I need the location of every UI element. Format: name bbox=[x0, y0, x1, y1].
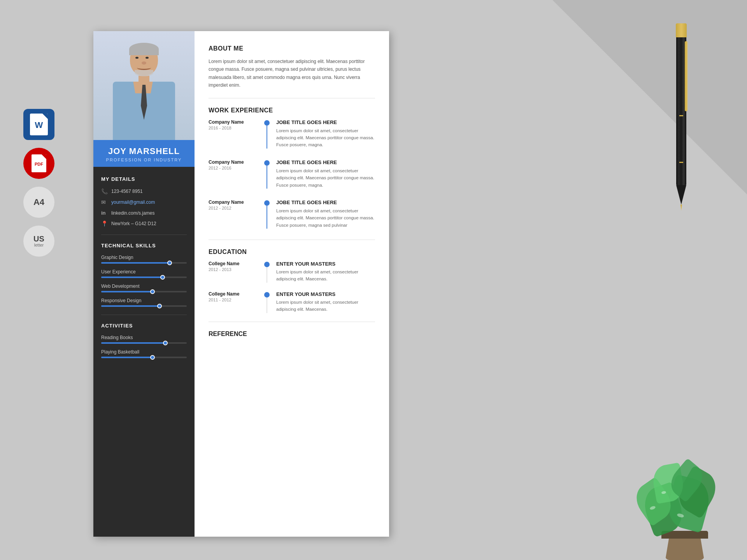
us-letter-icon[interactable]: US letter bbox=[23, 226, 54, 257]
word-letter: W bbox=[35, 120, 43, 130]
work-left-2: Company Name 2012 - 2016 bbox=[209, 159, 263, 189]
address-value: NewYork – G142 D12 bbox=[111, 221, 156, 226]
job-desc-3: Lorem ipsum dolor sit amet, consectetuer… bbox=[276, 207, 375, 229]
timeline-line-2 bbox=[267, 166, 267, 189]
pdf-icon[interactable]: PDF bbox=[23, 148, 54, 179]
profile-photo bbox=[93, 31, 195, 140]
edu-line-2 bbox=[267, 298, 267, 313]
edu-left-1: College Name 2012 - 2013 bbox=[209, 261, 263, 283]
edu-dates-2: 2011 - 2012 bbox=[209, 298, 263, 302]
timeline-dot-3 bbox=[264, 200, 270, 206]
skill-name-responsive: Responsive Design bbox=[101, 298, 187, 303]
timeline-dotline-2 bbox=[263, 159, 271, 189]
work-dates-1: 2016 - 2018 bbox=[209, 126, 263, 130]
work-right-2: JOBE TITLE GOES HERE Lorem ipsum dolor s… bbox=[271, 159, 375, 189]
activity-bar-track-reading bbox=[101, 342, 187, 344]
skill-handle-ux[interactable] bbox=[160, 275, 165, 280]
timeline-dot-1 bbox=[264, 120, 270, 126]
work-dates-3: 2012 - 2012 bbox=[209, 206, 263, 210]
skill-item-webdev: Web Development bbox=[101, 284, 187, 292]
work-left-3: Company Name 2012 - 2012 bbox=[209, 200, 263, 229]
us-sublabel: letter bbox=[34, 243, 44, 247]
edu-degree-2: ENTER YOUR MASTERS bbox=[276, 291, 375, 297]
skill-bar-track-graphic-design bbox=[101, 262, 187, 264]
reference-section-title: REFERENCE bbox=[209, 331, 375, 338]
skill-handle-responsive[interactable] bbox=[157, 304, 162, 308]
company-1: Company Name bbox=[209, 119, 263, 125]
activity-handle-basketball[interactable] bbox=[150, 355, 155, 360]
edu-left-2: College Name 2011 - 2012 bbox=[209, 291, 263, 313]
skills-divider bbox=[101, 315, 187, 315]
skill-name-webdev: Web Development bbox=[101, 284, 187, 289]
job-desc-1: Lorem ipsum dolor sit amet, consectetuer… bbox=[276, 127, 375, 149]
activity-bar-fill-basketball bbox=[101, 357, 153, 358]
skill-bar-fill-responsive bbox=[101, 305, 160, 307]
job-desc-2: Lorem ipsum dolor sit amet, consectetuer… bbox=[276, 167, 375, 189]
college-1: College Name bbox=[209, 261, 263, 266]
activity-handle-reading[interactable] bbox=[163, 341, 168, 345]
job-title-2: JOBE TITLE GOES HERE bbox=[276, 159, 375, 165]
email-value[interactable]: yourmail@gmail.com bbox=[111, 200, 155, 205]
activity-bar-track-basketball bbox=[101, 357, 187, 358]
word-icon[interactable]: W bbox=[23, 109, 54, 140]
college-2: College Name bbox=[209, 291, 263, 297]
edu-dotline-2 bbox=[263, 291, 271, 313]
about-section-title: ABOUT ME bbox=[209, 45, 375, 52]
skill-handle-graphic-design[interactable] bbox=[167, 261, 172, 265]
company-3: Company Name bbox=[209, 200, 263, 205]
education-section-title: EDUCATION bbox=[209, 248, 375, 256]
activities-section-title: ACTIVITIES bbox=[101, 323, 187, 329]
work-item-2: Company Name 2012 - 2016 JOBE TITLE GOES… bbox=[209, 159, 375, 189]
email-detail: ✉ yourmail@gmail.com bbox=[101, 199, 187, 205]
pdf-label: PDF bbox=[35, 162, 43, 166]
phone-icon: 📞 bbox=[101, 188, 107, 194]
work-item-3: Company Name 2012 - 2012 JOBE TITLE GOES… bbox=[209, 200, 375, 229]
name-banner: JOY MARSHELL PROFESSION OR INDUSTRY bbox=[93, 140, 195, 167]
linkedin-value: linkedin.com/s.james bbox=[111, 210, 154, 216]
skill-bar-fill-ux bbox=[101, 276, 163, 278]
skill-name-graphic-design: Graphic Design bbox=[101, 255, 187, 260]
activity-name-basketball: Playing Basketball bbox=[101, 349, 187, 355]
location-icon: 📍 bbox=[101, 220, 107, 227]
timeline-dotline-3 bbox=[263, 200, 271, 229]
skill-item-graphic-design: Graphic Design bbox=[101, 255, 187, 264]
education-divider bbox=[209, 322, 375, 322]
phone-detail: 📞 123-4567 8951 bbox=[101, 188, 187, 194]
job-title-1: JOBE TITLE GOES HERE bbox=[276, 119, 375, 125]
plant-decoration bbox=[630, 412, 739, 560]
skill-item-ux: User Experience bbox=[101, 269, 187, 278]
activity-item-reading: Reading Books bbox=[101, 335, 187, 344]
left-panel: JOY MARSHELL PROFESSION OR INDUSTRY MY D… bbox=[93, 31, 195, 537]
skill-handle-webdev[interactable] bbox=[150, 289, 155, 294]
work-dates-2: 2012 - 2016 bbox=[209, 166, 263, 170]
details-divider bbox=[101, 234, 187, 235]
edu-desc-2: Lorem ipsum dolor sit amet, consectetuer… bbox=[276, 299, 375, 313]
edu-right-2: ENTER YOUR MASTERS Lorem ipsum dolor sit… bbox=[271, 291, 375, 313]
skill-bar-fill-graphic-design bbox=[101, 262, 170, 264]
a4-icon[interactable]: A4 bbox=[23, 187, 54, 218]
edu-desc-1: Lorem ipsum dolor sit amet, consectetuer… bbox=[276, 268, 375, 283]
activity-bar-fill-reading bbox=[101, 342, 165, 344]
pen-decoration bbox=[676, 23, 687, 211]
edu-item-2: College Name 2011 - 2012 ENTER YOUR MAST… bbox=[209, 291, 375, 313]
edu-item-1: College Name 2012 - 2013 ENTER YOUR MAST… bbox=[209, 261, 375, 283]
skill-bar-track-ux bbox=[101, 276, 187, 278]
work-left-1: Company Name 2016 - 2018 bbox=[209, 119, 263, 149]
edu-dot-1 bbox=[264, 262, 270, 267]
activity-item-basketball: Playing Basketball bbox=[101, 349, 187, 358]
bg-triangle bbox=[552, 0, 747, 194]
email-icon: ✉ bbox=[101, 199, 107, 205]
left-icons-panel: W PDF A4 US letter bbox=[23, 109, 54, 257]
edu-degree-1: ENTER YOUR MASTERS bbox=[276, 261, 375, 267]
linkedin-detail: in linkedin.com/s.james bbox=[101, 210, 187, 216]
us-label: US bbox=[33, 235, 44, 243]
skill-bar-track-webdev bbox=[101, 291, 187, 292]
edu-dates-1: 2012 - 2013 bbox=[209, 267, 263, 272]
work-divider bbox=[209, 240, 375, 240]
edu-right-1: ENTER YOUR MASTERS Lorem ipsum dolor sit… bbox=[271, 261, 375, 283]
phone-value: 123-4567 8951 bbox=[111, 189, 143, 194]
edu-dot-2 bbox=[264, 292, 270, 298]
resume-container: JOY MARSHELL PROFESSION OR INDUSTRY MY D… bbox=[93, 31, 389, 537]
address-detail: 📍 NewYork – G142 D12 bbox=[101, 220, 187, 227]
edu-line-1 bbox=[267, 267, 267, 283]
